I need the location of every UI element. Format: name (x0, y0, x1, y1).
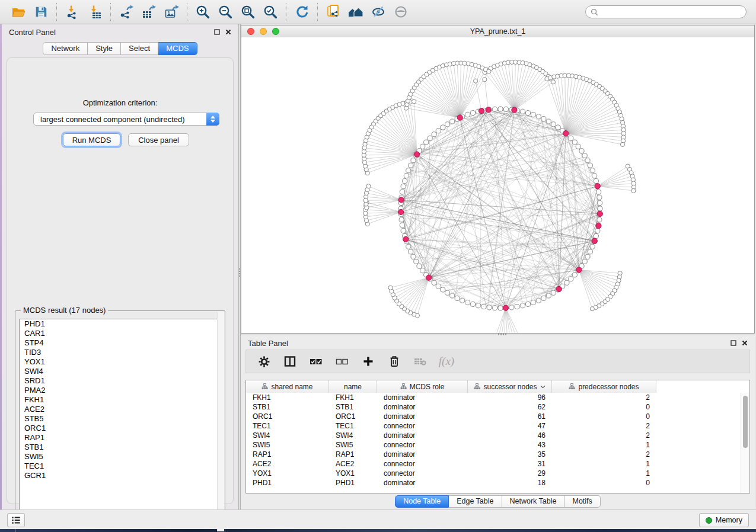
memory-button[interactable]: Memory (699, 513, 749, 527)
close-window-icon[interactable] (247, 28, 254, 35)
table-cell: YOX1 (329, 469, 377, 477)
table-cell: PHD1 (246, 479, 329, 487)
column-header[interactable]: successor nodes (468, 380, 552, 393)
export-table-icon[interactable] (138, 2, 160, 22)
home-icon[interactable] (344, 2, 367, 22)
mcds-result-item[interactable]: PHD1 (20, 319, 221, 329)
tab-style[interactable]: Style (88, 42, 121, 55)
search-input[interactable] (602, 7, 741, 17)
network-graph[interactable] (241, 37, 754, 333)
tab-node-table[interactable]: Node Table (395, 495, 449, 508)
zoom-in-icon[interactable] (192, 2, 214, 22)
table-body[interactable]: FKH1FKH1dominator962STB1STB1dominator620… (246, 393, 741, 493)
close-panel-icon[interactable] (742, 340, 748, 346)
table-row[interactable]: YOX1YOX1connector291 (246, 469, 741, 478)
refresh-view-icon[interactable] (291, 2, 313, 22)
deselect-all-icon[interactable] (335, 354, 349, 368)
criterion-selected-value: largest connected component (undirected) (40, 115, 185, 124)
table-row[interactable]: TEC1TEC1connector472 (246, 421, 741, 431)
mcds-result-item[interactable]: SWI5 (20, 452, 221, 462)
open-folder-icon[interactable] (7, 2, 30, 22)
minimize-window-icon[interactable] (260, 28, 267, 35)
column-header[interactable]: predecessor nodes (552, 380, 656, 393)
main-toolbar (0, 0, 756, 24)
table-row[interactable]: SWI4SWI4dominator462 (246, 431, 741, 440)
column-header[interactable]: MCDS role (377, 380, 468, 393)
table-row[interactable]: STB1STB1dominator620 (246, 402, 741, 412)
mcds-result-item[interactable]: FKH1 (20, 395, 221, 405)
mcds-result-title: MCDS result (17 nodes) (21, 306, 108, 315)
column-header[interactable]: shared name (246, 380, 329, 393)
control-panel: Control Panel Network Style Select MCDS … (2, 24, 238, 510)
mcds-result-item[interactable]: ACE2 (20, 405, 221, 414)
zoom-out-icon[interactable] (214, 2, 237, 22)
show-columns-icon[interactable] (283, 354, 297, 368)
float-panel-icon[interactable] (214, 29, 220, 35)
show-graphics-details-icon (390, 2, 412, 22)
column-header[interactable]: name (329, 380, 377, 393)
table-row[interactable]: RAP1RAP1dominator352 (246, 450, 741, 459)
tab-edge-table[interactable]: Edge Table (449, 495, 502, 508)
mcds-result-item[interactable]: GCR1 (20, 471, 221, 480)
table-cell: RAP1 (246, 450, 329, 459)
hide-graphics-details-icon[interactable] (367, 2, 390, 22)
table-row[interactable]: ACE2ACE2connector311 (246, 459, 741, 469)
close-panel-button[interactable]: Close panel (128, 133, 189, 146)
network-canvas[interactable] (241, 37, 754, 333)
mcds-result-scrollbar[interactable] (217, 312, 224, 531)
mcds-result-item[interactable]: TID3 (20, 348, 221, 357)
select-all-icon[interactable] (309, 354, 323, 368)
table-cell: 1 (552, 469, 656, 477)
table-panel-titlebar: Table Panel (241, 335, 755, 351)
maximize-window-icon[interactable] (272, 28, 279, 35)
mcds-result-item[interactable]: RAP1 (20, 433, 221, 443)
export-image-icon[interactable] (160, 2, 183, 22)
mcds-result-item[interactable]: TEC1 (20, 462, 221, 471)
float-panel-icon[interactable] (731, 340, 736, 346)
table-cell: ACE2 (246, 460, 329, 468)
tab-network-table[interactable]: Network Table (502, 495, 565, 508)
scrollbar-thumb[interactable] (743, 396, 748, 448)
table-cell: dominator (377, 450, 468, 459)
table-row[interactable]: FKH1FKH1dominator962 (246, 393, 741, 402)
table-row[interactable]: PHD1PHD1dominator180 (246, 478, 741, 488)
delete-column-icon[interactable] (387, 354, 401, 368)
network-window-titlebar[interactable]: YPA_prune.txt_1 (241, 25, 754, 38)
table-cell: FKH1 (246, 393, 329, 402)
table-tabs: Node Table Edge Table Network Table Moti… (241, 495, 755, 508)
mcds-result-list[interactable]: PHD1CAR1STP4TID3YOX1SWI4SRD1PMA2FKH1ACE2… (19, 319, 221, 528)
import-network-icon[interactable] (61, 2, 84, 22)
tab-mcds[interactable]: MCDS (158, 42, 197, 55)
table-row[interactable]: ORC1ORC1dominator610 (246, 412, 741, 421)
save-icon[interactable] (30, 2, 52, 22)
export-network-icon[interactable] (115, 2, 138, 22)
show-panels-menu-button[interactable] (7, 513, 25, 527)
search-field[interactable] (585, 5, 747, 18)
zoom-fit-icon[interactable] (237, 2, 259, 22)
mcds-result-item[interactable]: SWI4 (20, 367, 221, 376)
run-mcds-button[interactable]: Run MCDS (63, 133, 120, 146)
optimization-criterion-select[interactable]: largest connected component (undirected) (33, 113, 219, 126)
table-cell: 62 (468, 403, 552, 411)
select-stepper-icon[interactable] (206, 113, 219, 126)
zoom-selected-icon[interactable] (259, 2, 282, 22)
add-column-icon[interactable] (361, 354, 375, 368)
import-table-icon[interactable] (84, 2, 106, 22)
mcds-result-item[interactable]: STB1 (20, 443, 221, 452)
mcds-result-item[interactable]: STB5 (20, 414, 221, 424)
tab-select[interactable]: Select (121, 42, 158, 55)
close-panel-icon[interactable] (225, 29, 231, 35)
network-document-icon[interactable] (322, 2, 344, 22)
mcds-result-item[interactable]: PMA2 (20, 386, 221, 395)
table-row[interactable]: SWI5SWI5connector431 (246, 440, 741, 450)
mcds-result-item[interactable]: SRD1 (20, 376, 221, 386)
tab-network[interactable]: Network (43, 42, 88, 55)
settings-icon[interactable] (257, 354, 271, 368)
mcds-result-item[interactable]: CAR1 (20, 329, 221, 338)
mcds-result-item[interactable]: STP4 (20, 338, 221, 348)
table-cell: 61 (468, 412, 552, 421)
table-scrollbar[interactable] (741, 393, 749, 493)
mcds-result-item[interactable]: ORC1 (20, 424, 221, 433)
mcds-result-item[interactable]: YOX1 (20, 357, 221, 367)
tab-motifs[interactable]: Motifs (564, 495, 600, 508)
